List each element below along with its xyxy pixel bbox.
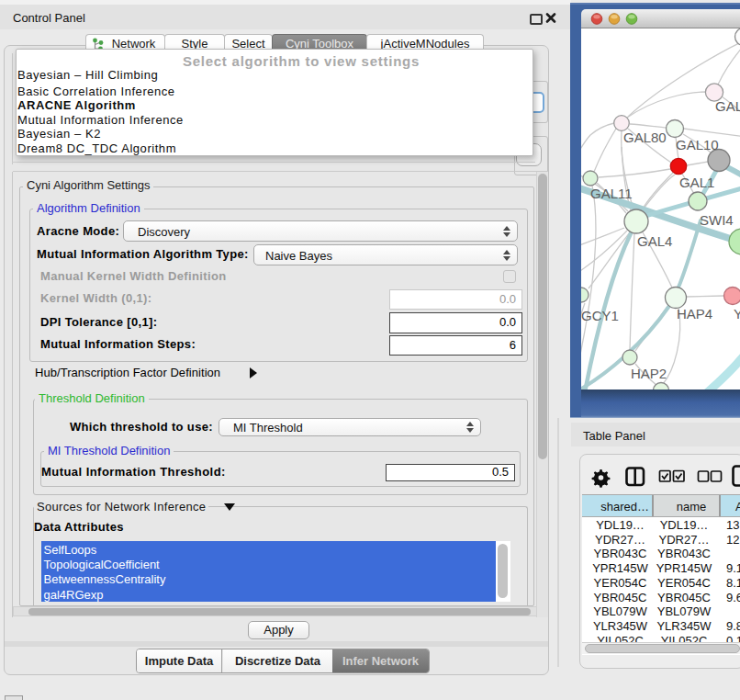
svg-text:HAP2: HAP2: [631, 366, 667, 381]
svg-text:HAP4: HAP4: [677, 306, 712, 322]
svg-text:GAL4: GAL4: [637, 233, 672, 249]
svg-text:GAL80: GAL80: [623, 130, 667, 145]
svg-text:GAL10: GAL10: [676, 137, 719, 152]
svg-text:GCY1: GCY1: [581, 308, 619, 323]
svg-text:SWI4: SWI4: [700, 212, 734, 228]
svg-text:GAL7: GAL7: [715, 98, 740, 114]
svg-text:YJ: YJ: [734, 306, 740, 322]
svg-text:GAL11: GAL11: [590, 186, 633, 201]
svg-text:GAL1: GAL1: [679, 175, 714, 190]
